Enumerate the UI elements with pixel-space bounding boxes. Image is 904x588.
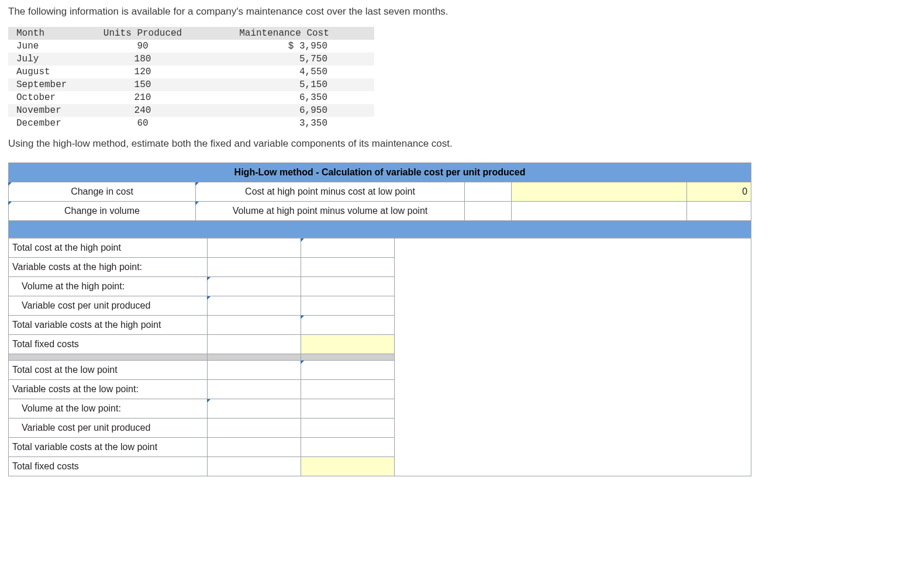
change-in-volume-input-b[interactable] xyxy=(512,202,687,221)
high-varcost-header-label: Variable costs at the high point: xyxy=(9,258,208,277)
high-total-cost-row: Total cost at the high point xyxy=(9,238,751,258)
ws1-title-row: High-Low method - Calculation of variabl… xyxy=(9,163,751,182)
table-row: October 210 6,350 xyxy=(8,91,374,104)
high-volume-input[interactable] xyxy=(208,277,301,296)
high-volume-blank[interactable] xyxy=(301,277,395,296)
low-total-cost-blank[interactable] xyxy=(208,361,301,380)
cell-cost: $ 3,950 xyxy=(194,40,374,53)
table-row: August 120 4,550 xyxy=(8,65,374,78)
cell-month: November xyxy=(8,104,91,117)
low-total-cost-label: Total cost at the low point xyxy=(9,361,208,380)
cell-month: September xyxy=(8,78,91,91)
high-varcost-header-blank1[interactable] xyxy=(208,258,301,277)
change-in-cost-input-a[interactable] xyxy=(465,182,512,202)
low-vcpu-input[interactable] xyxy=(208,418,301,438)
triangle-icon xyxy=(195,202,199,205)
high-fixed-result[interactable] xyxy=(301,335,395,354)
low-varcost-header-blank1[interactable] xyxy=(208,380,301,399)
cell-units: 240 xyxy=(91,104,194,117)
low-totalvar-blank[interactable] xyxy=(208,438,301,457)
low-fixed-label: Total fixed costs xyxy=(9,457,208,476)
triangle-icon xyxy=(207,399,211,403)
table-row: September 150 5,150 xyxy=(8,78,374,91)
triangle-icon xyxy=(195,182,199,186)
low-fixed-blank[interactable] xyxy=(208,457,301,476)
low-total-cost-input[interactable] xyxy=(301,361,395,380)
change-in-cost-input-b[interactable] xyxy=(512,182,687,202)
worksheet-fixed-costs: Total cost at the high point Variable co… xyxy=(8,238,751,476)
cell-units: 90 xyxy=(91,40,194,53)
worksheet-variable-cost: High-Low method - Calculation of variabl… xyxy=(8,162,751,238)
table-row: June 90 $ 3,950 xyxy=(8,40,374,53)
cell-cost: 5,750 xyxy=(194,53,374,65)
low-vcpu-blank[interactable] xyxy=(301,418,395,438)
low-varcost-header-label: Variable costs at the low point: xyxy=(9,380,208,399)
header-units: Units Produced xyxy=(91,27,194,40)
change-in-volume-label-cell[interactable]: Change in volume xyxy=(9,202,196,221)
header-month: Month xyxy=(8,27,91,40)
high-vcpu-label: Variable cost per unit produced xyxy=(9,296,208,316)
cell-cost: 5,150 xyxy=(194,78,374,91)
table-row: July 180 5,750 xyxy=(8,53,374,65)
cell-cost: 6,950 xyxy=(194,104,374,117)
low-volume-label: Volume at the low point: xyxy=(9,399,208,418)
high-total-cost-input[interactable] xyxy=(301,238,395,258)
high-totalvar-input[interactable] xyxy=(301,316,395,335)
cell-units: 210 xyxy=(91,91,194,104)
cell-units: 120 xyxy=(91,65,194,78)
ws2-spacer xyxy=(395,238,751,476)
high-total-cost-blank[interactable] xyxy=(208,238,301,258)
high-fixed-blank[interactable] xyxy=(208,335,301,354)
high-totalvar-blank[interactable] xyxy=(208,316,301,335)
low-fixed-result[interactable] xyxy=(301,457,395,476)
maintenance-data-table: Month Units Produced Maintenance Cost Ju… xyxy=(8,27,374,130)
table-header-row: Month Units Produced Maintenance Cost xyxy=(8,27,374,40)
high-vcpu-blank[interactable] xyxy=(301,296,395,316)
low-volume-blank[interactable] xyxy=(301,399,395,418)
low-totalvar-label: Total variable costs at the low point xyxy=(9,438,208,457)
change-in-volume-label: Change in volume xyxy=(64,206,140,216)
triangle-icon xyxy=(301,316,304,319)
triangle-icon xyxy=(301,238,304,242)
change-in-volume-desc-cell[interactable]: Volume at high point minus volume at low… xyxy=(196,202,465,221)
change-in-cost-desc: Cost at high point minus cost at low poi… xyxy=(245,186,415,196)
cell-units: 180 xyxy=(91,53,194,65)
ws1-title: High-Low method - Calculation of variabl… xyxy=(9,163,751,182)
cell-cost: 4,550 xyxy=(194,65,374,78)
table-row: December 60 3,350 xyxy=(8,117,374,130)
ws1-band xyxy=(9,221,751,238)
intro-text: The following information is available f… xyxy=(8,6,896,18)
cell-month: July xyxy=(8,53,91,65)
high-vcpu-input[interactable] xyxy=(208,296,301,316)
low-vcpu-label: Variable cost per unit produced xyxy=(9,418,208,438)
change-in-cost-label: Change in cost xyxy=(71,186,133,196)
change-in-volume-input-a[interactable] xyxy=(465,202,512,221)
low-volume-input[interactable] xyxy=(208,399,301,418)
cell-month: August xyxy=(8,65,91,78)
triangle-icon xyxy=(207,296,211,300)
triangle-icon xyxy=(8,182,12,186)
cell-month: December xyxy=(8,117,91,130)
triangle-icon xyxy=(301,361,304,364)
cell-month: June xyxy=(8,40,91,53)
high-fixed-label: Total fixed costs xyxy=(9,335,208,354)
change-in-cost-result[interactable]: 0 xyxy=(687,182,751,202)
cell-cost: 3,350 xyxy=(194,117,374,130)
cell-month: October xyxy=(8,91,91,104)
cell-units: 150 xyxy=(91,78,194,91)
ws1-row-change-volume: Change in volume Volume at high point mi… xyxy=(9,202,751,221)
change-in-volume-result[interactable] xyxy=(687,202,751,221)
blue-band xyxy=(9,221,751,238)
table-row: November 240 6,950 xyxy=(8,104,374,117)
low-varcost-header-blank2[interactable] xyxy=(301,380,395,399)
high-totalvar-label: Total variable costs at the high point xyxy=(9,316,208,335)
change-in-volume-desc: Volume at high point minus volume at low… xyxy=(233,206,428,216)
change-in-cost-label-cell[interactable]: Change in cost xyxy=(9,182,196,202)
high-total-cost-label: Total cost at the high point xyxy=(9,238,208,258)
header-cost: Maintenance Cost xyxy=(194,27,374,40)
change-in-cost-desc-cell[interactable]: Cost at high point minus cost at low poi… xyxy=(196,182,465,202)
high-varcost-header-blank2[interactable] xyxy=(301,258,395,277)
triangle-icon xyxy=(207,277,211,281)
ws1-row-change-cost: Change in cost Cost at high point minus … xyxy=(9,182,751,202)
low-totalvar-input[interactable] xyxy=(301,438,395,457)
